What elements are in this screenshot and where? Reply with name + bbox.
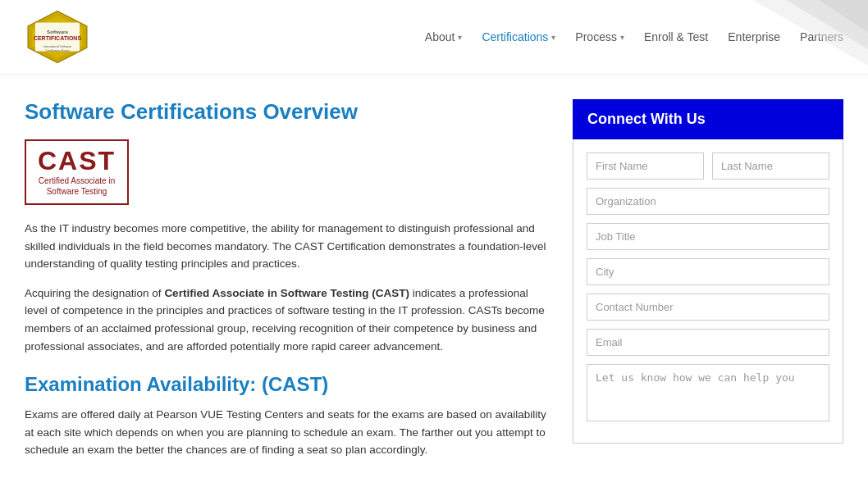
- svg-text:Certification Board: Certification Board: [46, 49, 70, 52]
- contact-number-row: [587, 294, 829, 321]
- message-row: [587, 364, 829, 421]
- nav-about[interactable]: About ▾: [425, 30, 463, 43]
- name-row: [587, 152, 829, 180]
- organization-input[interactable]: [587, 188, 829, 215]
- nav-enterprise[interactable]: Enterprise: [728, 30, 780, 43]
- exam-paragraph: Exams are offered daily at Pearson VUE T…: [25, 406, 548, 459]
- job-title-row: [587, 223, 829, 250]
- connect-form: [573, 139, 843, 444]
- cast-acronym: CAST: [38, 148, 116, 174]
- svg-text:International Software: International Software: [43, 45, 71, 48]
- email-input[interactable]: [587, 329, 829, 356]
- paragraph-1: As the IT industry becomes more competit…: [25, 220, 548, 273]
- last-name-input[interactable]: [712, 152, 829, 180]
- city-row: [587, 258, 829, 285]
- organization-row: [587, 188, 829, 215]
- logo[interactable]: Software CERTIFICATIONS International So…: [25, 8, 90, 66]
- connect-sidebar: Connect With Us: [573, 99, 843, 471]
- email-row: [587, 329, 829, 356]
- svg-text:CERTIFICATIONS: CERTIFICATIONS: [34, 35, 82, 41]
- city-input[interactable]: [587, 258, 829, 285]
- nav-certifications[interactable]: Certifications ▾: [482, 30, 555, 43]
- logo-icon: Software CERTIFICATIONS International So…: [25, 8, 90, 66]
- header: Software CERTIFICATIONS International So…: [0, 0, 868, 75]
- nav-process[interactable]: Process ▾: [575, 30, 624, 43]
- chevron-down-icon: ▾: [458, 33, 462, 42]
- svg-text:Software: Software: [47, 29, 68, 34]
- cast-logo-box: CAST Certified Associate in Software Tes…: [25, 139, 129, 205]
- nav-enroll-test[interactable]: Enroll & Test: [644, 30, 708, 43]
- message-textarea[interactable]: [587, 364, 829, 421]
- cast-subtitle: Certified Associate in Software Testing: [39, 175, 115, 197]
- main-container: Software Certifications Overview CAST Ce…: [0, 75, 868, 471]
- nav-partners[interactable]: Partners: [800, 30, 843, 43]
- chevron-down-icon: ▾: [620, 33, 624, 42]
- exam-section-title: Examination Availability: (CAST): [25, 373, 548, 396]
- main-nav: About ▾ Certifications ▾ Process ▾ Enrol…: [425, 30, 843, 43]
- contact-number-input[interactable]: [587, 294, 829, 321]
- page-title: Software Certifications Overview: [25, 99, 548, 125]
- chevron-down-icon: ▾: [551, 33, 555, 42]
- paragraph-2: Acquiring the designation of Certified A…: [25, 284, 548, 355]
- job-title-input[interactable]: [587, 223, 829, 250]
- content-area: Software Certifications Overview CAST Ce…: [25, 99, 548, 471]
- first-name-input[interactable]: [587, 152, 704, 180]
- connect-header: Connect With Us: [573, 99, 843, 139]
